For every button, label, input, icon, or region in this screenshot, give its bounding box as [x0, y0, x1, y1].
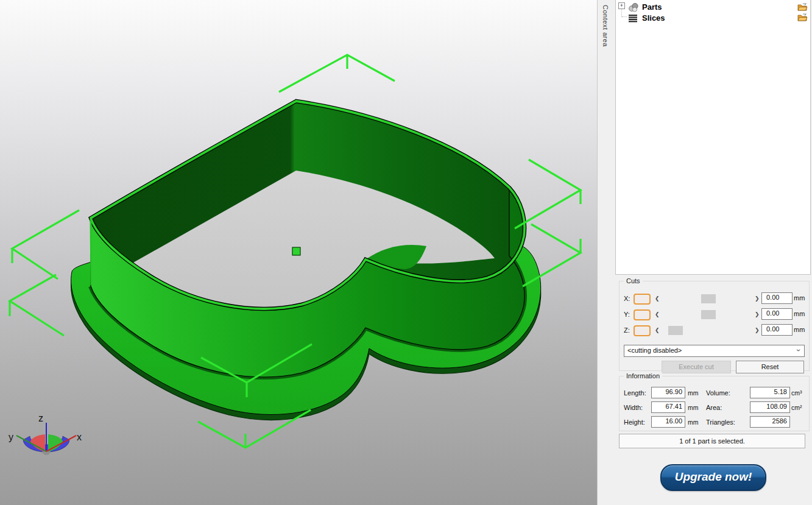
- cut-y-slider-left-arrow[interactable]: ❮: [655, 311, 660, 318]
- cut-y-unit: mm: [794, 310, 805, 317]
- z-axis-label: z: [38, 413, 43, 423]
- 3d-viewport[interactable]: z y x: [0, 0, 597, 505]
- cut-y-slider[interactable]: [661, 309, 756, 320]
- area-value: 108.09: [750, 401, 790, 413]
- selection-status: 1 of 1 part is selected.: [619, 434, 805, 448]
- axes-gray-cap: [42, 451, 51, 455]
- height-label: Height:: [624, 418, 645, 426]
- cutting-mode-selected: <cutting disabled>: [627, 347, 682, 354]
- cut-y-label: Y:: [624, 311, 630, 318]
- cut-x-slider-right-arrow[interactable]: ❯: [755, 295, 760, 302]
- height-unit: mm: [688, 418, 699, 426]
- chevron-down-icon: ›: [794, 349, 803, 351]
- volume-value: 5.18: [750, 387, 790, 398]
- cutting-mode-dropdown[interactable]: <cutting disabled> ›: [624, 345, 805, 357]
- tree-item-slices-label: Slices: [642, 13, 665, 23]
- execute-cut-button[interactable]: Execute cut: [662, 361, 731, 373]
- volume-label: Volume:: [706, 389, 730, 397]
- cut-z-slider-left-arrow[interactable]: ❮: [655, 327, 660, 334]
- length-unit: mm: [688, 389, 699, 397]
- cuts-group: Cuts X: ❮ ❯ 0.00 mm Y: ❮ ❯ 0.00 mm Z:: [619, 281, 810, 371]
- upgrade-now-button[interactable]: Upgrade now!: [660, 464, 766, 491]
- cut-x-unit: mm: [794, 294, 805, 302]
- cut-y-toggle-button[interactable]: [634, 309, 651, 320]
- cut-z-unit: mm: [794, 326, 805, 333]
- cut-z-slider-right-arrow[interactable]: ❯: [755, 327, 760, 334]
- context-area-label: Context area: [602, 5, 609, 47]
- cut-z-toggle-button[interactable]: [634, 325, 651, 336]
- triangles-label: Triangles:: [706, 418, 735, 426]
- y-axis-label: y: [9, 432, 13, 442]
- information-group: Information Length: 96.90 mm Volume: 5.1…: [619, 376, 810, 431]
- cut-row-x: X: ❮ ❯ 0.00 mm: [620, 294, 809, 305]
- reset-button[interactable]: Reset: [736, 361, 804, 373]
- tree-item-parts-label: Parts: [642, 2, 662, 12]
- open-parts-folder-icon[interactable]: [797, 2, 808, 10]
- origin-marker: [292, 247, 300, 255]
- cut-y-slider-right-arrow[interactable]: ❯: [755, 311, 760, 318]
- cut-z-slider-thumb[interactable]: [668, 326, 683, 335]
- information-group-title: Information: [624, 372, 662, 380]
- cut-y-value-input[interactable]: 0.00: [761, 308, 793, 320]
- length-label: Length:: [624, 389, 646, 397]
- bbox-corner-top: [279, 55, 395, 92]
- tree-item-parts[interactable]: Parts: [628, 2, 662, 12]
- cut-y-slider-thumb[interactable]: [701, 310, 716, 319]
- tree-connector: [622, 16, 627, 18]
- parts-spheres-icon: [628, 2, 638, 12]
- width-label: Width:: [624, 404, 643, 411]
- triangles-value: 2586: [750, 416, 790, 428]
- cut-x-slider-left-arrow[interactable]: ❮: [655, 295, 660, 302]
- cut-z-value-input[interactable]: 0.00: [761, 324, 793, 336]
- tree-expander[interactable]: +: [618, 2, 625, 9]
- cut-x-slider[interactable]: [661, 294, 756, 304]
- info-row: Length: 96.90 mm Volume: 5.18 cm³: [620, 388, 809, 399]
- axes-widget: z y x: [9, 413, 82, 455]
- cut-x-slider-thumb[interactable]: [701, 294, 716, 303]
- context-area-strip: Context area: [597, 0, 615, 505]
- width-unit: mm: [688, 404, 699, 411]
- cuts-group-title: Cuts: [624, 277, 643, 284]
- volume-unit: cm³: [791, 389, 802, 397]
- netfabb-window: z y x Context area + Parts: [0, 0, 812, 505]
- cut-x-value-input[interactable]: 0.00: [761, 292, 793, 304]
- cut-x-label: X:: [624, 295, 630, 302]
- length-value: 96.90: [651, 387, 685, 398]
- width-value: 67.41: [651, 401, 685, 413]
- bbox-corner-left-lower: [10, 275, 64, 336]
- cut-z-slider[interactable]: [661, 325, 756, 336]
- parts-tree: + Parts Slices: [615, 0, 811, 275]
- tip-edge: [91, 219, 91, 285]
- tree-item-slices[interactable]: Slices: [628, 13, 665, 23]
- heart-cookie-cutter-model[interactable]: [71, 101, 541, 420]
- x-axis-label: x: [77, 432, 82, 442]
- cut-row-z: Z: ❮ ❯ 0.00 mm: [620, 325, 809, 336]
- area-label: Area:: [706, 404, 722, 411]
- info-row: Width: 67.41 mm Area: 108.09 cm²: [620, 403, 809, 414]
- height-value: 16.00: [651, 416, 685, 428]
- cut-z-label: Z:: [624, 327, 630, 334]
- info-row: Height: 16.00 mm Triangles: 2586: [620, 417, 809, 428]
- cut-row-y: Y: ❮ ❯ 0.00 mm: [620, 309, 809, 320]
- bbox-corner-left-upper: [12, 210, 79, 279]
- side-panel: + Parts Slices: [614, 0, 812, 505]
- cut-x-toggle-button[interactable]: [634, 294, 651, 305]
- area-unit: cm²: [791, 404, 802, 411]
- slices-stack-icon: [628, 13, 638, 23]
- open-slices-folder-icon[interactable]: [797, 13, 808, 21]
